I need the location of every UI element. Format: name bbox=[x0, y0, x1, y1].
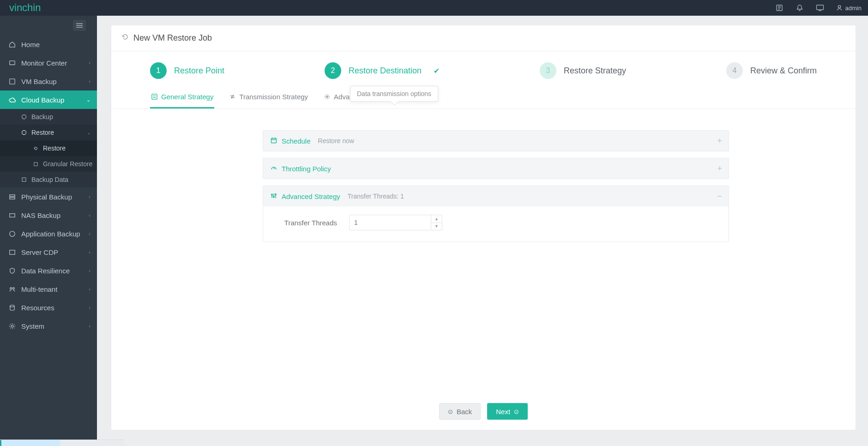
list-icon bbox=[151, 94, 157, 100]
step-label: Restore Point bbox=[174, 66, 224, 76]
sidebar-item-data-resilience[interactable]: Data Resilience ‹ bbox=[0, 261, 97, 280]
brand-logo: vinchin bbox=[9, 2, 41, 14]
gear-icon bbox=[324, 94, 330, 100]
sidebar: Home Monitor Center ‹ VM Backup ‹ Cloud … bbox=[0, 16, 97, 446]
sidebar-item-resources[interactable]: Resources ‹ bbox=[0, 298, 97, 317]
chevron-left-icon: ‹ bbox=[89, 249, 90, 255]
tab-label: General Strategy bbox=[161, 93, 213, 101]
card-subtitle: Restore now bbox=[318, 137, 355, 145]
plus-icon: + bbox=[717, 136, 722, 146]
resources-icon bbox=[8, 304, 16, 311]
next-button[interactable]: Next ⊙ bbox=[487, 403, 528, 420]
card-schedule: Schedule Restore now + bbox=[263, 130, 729, 151]
sidebar-item-monitor-center[interactable]: Monitor Center ‹ bbox=[0, 54, 97, 72]
sidebar-item-backup-data[interactable]: Backup Data bbox=[0, 172, 97, 187]
svg-rect-17 bbox=[9, 197, 14, 199]
gear-icon bbox=[8, 322, 16, 330]
user-menu[interactable]: admin bbox=[836, 5, 862, 12]
sidebar-item-label: Restore bbox=[43, 145, 66, 152]
svg-point-22 bbox=[12, 287, 14, 289]
app-icon bbox=[8, 230, 16, 237]
chevron-left-icon: ‹ bbox=[89, 231, 90, 236]
sidebar-item-label: Granular Restore bbox=[43, 160, 92, 168]
sidebar-toggle[interactable] bbox=[73, 20, 86, 31]
monitor-icon[interactable] bbox=[816, 4, 824, 12]
sidebar-item-label: Application Backup bbox=[21, 230, 80, 238]
spinner-down[interactable]: ▼ bbox=[431, 223, 442, 230]
sidebar-item-label: Physical Backup bbox=[21, 193, 72, 201]
page-title-text: New VM Restore Job bbox=[133, 33, 212, 43]
chevron-down-icon: ⌄ bbox=[87, 130, 90, 135]
sidebar-item-restore-sub[interactable]: Restore bbox=[0, 140, 97, 156]
svg-rect-14 bbox=[34, 162, 37, 165]
sliders-icon bbox=[271, 193, 277, 200]
topbar-right: admin bbox=[775, 4, 862, 12]
vm-backup-icon bbox=[8, 78, 16, 85]
sidebar-item-label: Backup bbox=[31, 113, 53, 121]
check-icon: ✔ bbox=[434, 66, 440, 75]
sidebar-item-cloud-backup[interactable]: Cloud Backup ⌄ bbox=[0, 90, 97, 109]
sidebar-item-nas-backup[interactable]: NAS Backup ‹ bbox=[0, 206, 97, 224]
restore-submenu: Restore Granular Restore bbox=[0, 140, 97, 172]
svg-rect-18 bbox=[9, 213, 14, 217]
step-restore-point[interactable]: 1 Restore Point bbox=[150, 62, 224, 79]
transfer-threads-input[interactable]: ▲ ▼ bbox=[349, 215, 442, 230]
transfer-threads-field[interactable] bbox=[350, 215, 431, 230]
sidebar-item-label: Restore bbox=[31, 129, 54, 136]
step-number: 4 bbox=[726, 62, 743, 79]
card-advanced-header[interactable]: Advanced Strategy Transfer Threads: 1 − bbox=[263, 186, 729, 206]
chevron-left-icon: ‹ bbox=[89, 194, 90, 199]
transfer-icon bbox=[229, 94, 235, 100]
svg-rect-15 bbox=[22, 178, 26, 181]
sidebar-item-restore[interactable]: Restore ⌄ bbox=[0, 125, 97, 140]
sidebar-item-vm-backup[interactable]: VM Backup ‹ bbox=[0, 72, 97, 90]
sidebar-item-backup[interactable]: Backup bbox=[0, 109, 97, 125]
spinner-up[interactable]: ▲ bbox=[431, 215, 442, 223]
step-review-confirm[interactable]: 4 Review & Confirm bbox=[726, 62, 817, 79]
sidebar-item-server-cdp[interactable]: Server CDP ‹ bbox=[0, 243, 97, 261]
sidebar-item-physical-backup[interactable]: Physical Backup ‹ bbox=[0, 187, 97, 206]
sidebar-item-label: Backup Data bbox=[31, 176, 68, 183]
monitor-center-icon bbox=[8, 59, 16, 66]
tab-general-strategy[interactable]: General Strategy bbox=[150, 87, 214, 108]
sidebar-item-application-backup[interactable]: Application Backup ‹ bbox=[0, 224, 97, 243]
svg-point-19 bbox=[9, 231, 14, 236]
gauge-icon bbox=[271, 165, 277, 173]
card-schedule-header[interactable]: Schedule Restore now + bbox=[263, 131, 729, 151]
step-label: Restore Destination bbox=[349, 66, 422, 76]
sidebar-item-label: Home bbox=[21, 41, 40, 48]
server-icon bbox=[8, 193, 16, 200]
card-title: Schedule bbox=[282, 137, 311, 145]
button-label: Back bbox=[457, 408, 472, 416]
step-restore-destination[interactable]: 2 Restore Destination ✔ bbox=[325, 62, 440, 79]
bell-icon[interactable] bbox=[796, 4, 804, 12]
transfer-threads-label: Transfer Threads bbox=[272, 219, 337, 227]
reload-icon[interactable] bbox=[121, 33, 129, 43]
back-button[interactable]: ⊙ Back bbox=[439, 403, 481, 420]
step-number: 2 bbox=[325, 62, 341, 79]
sidebar-item-label: Resources bbox=[21, 304, 54, 312]
svg-point-13 bbox=[22, 131, 26, 135]
svg-line-33 bbox=[274, 168, 275, 169]
sidebar-item-multi-tenant[interactable]: Multi-tenant ‹ bbox=[0, 280, 97, 298]
card-subtitle: Transfer Threads: 1 bbox=[348, 193, 404, 200]
tenant-icon bbox=[8, 285, 16, 293]
chevron-left-icon: ‹ bbox=[89, 323, 90, 329]
sidebar-item-granular-restore[interactable]: Granular Restore bbox=[0, 156, 97, 172]
card-advanced-strategy: Advanced Strategy Transfer Threads: 1 − … bbox=[263, 186, 729, 242]
svg-point-12 bbox=[22, 115, 26, 119]
main-panel: New VM Restore Job 1 Restore Point 2 Res… bbox=[111, 25, 856, 430]
tab-transmission-strategy[interactable]: Transmission Strategy bbox=[228, 87, 309, 108]
card-throttling-header[interactable]: Throttling Policy + bbox=[263, 158, 729, 179]
sidebar-item-label: VM Backup bbox=[21, 78, 57, 85]
tab-label: Transmission Strategy bbox=[239, 93, 308, 101]
notes-icon[interactable] bbox=[775, 4, 784, 12]
sidebar-item-home[interactable]: Home bbox=[0, 35, 97, 54]
button-label: Next bbox=[496, 408, 510, 416]
arrow-left-icon: ⊙ bbox=[448, 408, 453, 415]
sidebar-item-system[interactable]: System ‹ bbox=[0, 317, 97, 335]
page-title: New VM Restore Job bbox=[111, 25, 856, 51]
step-number: 3 bbox=[540, 62, 556, 79]
step-restore-strategy[interactable]: 3 Restore Strategy bbox=[540, 62, 626, 79]
card-throttling: Throttling Policy + bbox=[263, 158, 729, 179]
